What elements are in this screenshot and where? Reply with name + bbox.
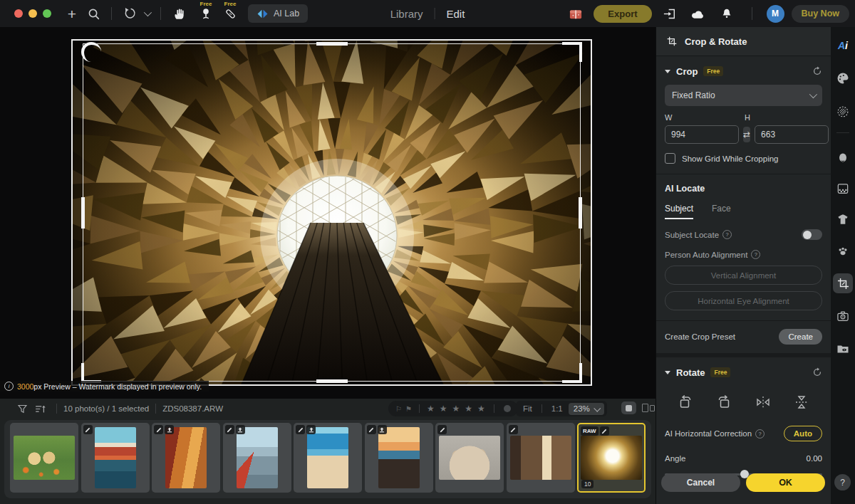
star-rating-4[interactable]: ★ xyxy=(465,404,474,414)
crop-handle-right[interactable] xyxy=(579,197,582,229)
minimize-window-button[interactable] xyxy=(28,9,37,18)
filmstrip-view-button[interactable] xyxy=(641,402,656,414)
photo-canvas[interactable] xyxy=(71,39,592,386)
ai-lab-button[interactable]: AI Lab xyxy=(248,4,308,23)
folder-eye-icon xyxy=(836,342,850,356)
auto-horizontal-button[interactable]: Auto xyxy=(784,426,822,441)
account-avatar[interactable]: M xyxy=(767,5,784,23)
sidebar-item-crop[interactable] xyxy=(833,273,853,293)
zoom-level-dropdown[interactable]: 23% xyxy=(569,403,604,415)
pan-tool-button[interactable] xyxy=(168,3,190,24)
crop-handle-bottom[interactable] xyxy=(316,379,348,383)
close-window-button[interactable] xyxy=(14,9,23,18)
thumbnail-alley[interactable] xyxy=(152,423,220,493)
undo-history-dropdown[interactable] xyxy=(140,3,153,24)
buy-now-button[interactable]: Buy Now xyxy=(792,5,849,23)
person-auto-alignment-label: Person Auto Alignment xyxy=(665,251,747,259)
sidebar-item-background-removal[interactable] xyxy=(833,179,853,199)
zoom-controls: Fit 1:1 23% xyxy=(516,401,607,416)
sidebar-item-color[interactable] xyxy=(833,68,853,88)
reject-flag-icon[interactable]: ⚑ xyxy=(405,405,412,413)
zoom-1to1-button[interactable]: 1:1 xyxy=(551,404,563,413)
single-view-button[interactable] xyxy=(621,401,636,414)
swap-dimensions-button[interactable]: ⇄ xyxy=(743,127,750,142)
cancel-button[interactable]: Cancel xyxy=(661,473,740,492)
thumbnail-puppies[interactable] xyxy=(10,423,78,493)
flip-vertical-button[interactable] xyxy=(792,393,811,411)
edit-badge-icon xyxy=(437,425,447,434)
sidebar-item-catalog[interactable] xyxy=(833,339,853,359)
offers-button[interactable] xyxy=(565,3,586,24)
sidebar-item-structure[interactable] xyxy=(833,102,853,122)
ok-button[interactable]: OK xyxy=(746,473,825,492)
sidebar-item-pets[interactable] xyxy=(833,241,853,261)
add-photos-button[interactable]: + xyxy=(61,3,83,24)
thumbnail-waterfront[interactable] xyxy=(81,423,150,493)
width-input[interactable] xyxy=(665,125,739,144)
help-button[interactable]: ? xyxy=(834,474,851,490)
flip-horizontal-button[interactable] xyxy=(754,393,772,411)
crop-rotate-panel: Crop & Rotate Crop Free Fixed Ratio W H … xyxy=(656,27,831,504)
info-icon[interactable]: ? xyxy=(755,429,765,439)
crop-handle-top-left[interactable] xyxy=(81,42,101,62)
filter-button[interactable] xyxy=(13,399,31,418)
sidebar-item-develop[interactable] xyxy=(833,306,853,326)
sidebar-item-clothing[interactable] xyxy=(833,210,853,230)
info-icon[interactable]: ? xyxy=(722,230,732,239)
maximize-window-button[interactable] xyxy=(43,9,51,18)
upload-badge-icon xyxy=(236,425,245,434)
height-input[interactable] xyxy=(755,125,829,144)
horizontal-eye-alignment-button[interactable]: Horizontal Eye Alignment xyxy=(665,291,822,310)
open-in-plugin-button[interactable] xyxy=(659,3,680,24)
star-rating-1[interactable]: ★ xyxy=(427,404,436,414)
crop-handle-top[interactable] xyxy=(316,42,348,46)
rotate-right-button[interactable] xyxy=(715,393,733,411)
crop-ratio-dropdown[interactable]: Fixed Ratio xyxy=(665,85,822,106)
crop-rectangle[interactable] xyxy=(83,43,581,382)
plus-icon: + xyxy=(68,6,76,21)
crop-handle-bottom-left[interactable] xyxy=(81,363,101,383)
crop-handle-bottom-right[interactable] xyxy=(562,363,582,383)
sidebar-item-ai-enhance[interactable]: Ai xyxy=(833,36,853,56)
reset-crop-icon[interactable] xyxy=(812,66,822,76)
undo-button[interactable] xyxy=(119,3,140,24)
tab-face[interactable]: Face xyxy=(712,204,731,219)
thumbnail-skyline[interactable] xyxy=(223,423,291,493)
export-button[interactable]: Export xyxy=(594,5,651,23)
thumbnail-cliff[interactable] xyxy=(365,423,433,493)
tab-edit[interactable]: Edit xyxy=(447,8,465,20)
show-grid-checkbox[interactable] xyxy=(665,153,675,164)
tab-subject[interactable]: Subject xyxy=(665,204,693,219)
thumbnail-tunnel[interactable]: RAW10 xyxy=(577,423,646,493)
filmstrip-view-icon-small xyxy=(650,405,655,411)
thumbnail-interior[interactable] xyxy=(507,423,575,493)
color-label-button[interactable] xyxy=(504,405,511,412)
crop-handle-left[interactable] xyxy=(81,197,85,229)
thumbnail-beach[interactable] xyxy=(294,423,362,493)
info-icon[interactable]: ? xyxy=(751,250,760,259)
generative-erase-tool[interactable]: Free xyxy=(195,3,217,24)
zoom-fit-button[interactable]: Fit xyxy=(523,404,532,413)
star-rating-2[interactable]: ★ xyxy=(440,404,449,414)
toolbar-divider xyxy=(155,404,156,414)
subject-locate-toggle[interactable] xyxy=(802,229,822,240)
sidebar-item-portrait[interactable] xyxy=(833,148,853,168)
heal-tool[interactable]: Free xyxy=(219,3,241,24)
crop-section-header[interactable]: Crop Free xyxy=(665,59,822,83)
collapse-triangle-icon xyxy=(665,371,670,374)
rotate-section-header[interactable]: Rotate Free xyxy=(665,360,822,384)
tab-library[interactable]: Library xyxy=(390,8,423,20)
cloud-sync-button[interactable] xyxy=(688,3,709,24)
star-rating-3[interactable]: ★ xyxy=(452,404,461,414)
thumbnail-family[interactable] xyxy=(435,423,504,493)
vertical-alignment-button[interactable]: Vertical Alignment xyxy=(665,266,822,285)
rotate-left-button[interactable] xyxy=(676,393,695,411)
search-button[interactable] xyxy=(83,3,104,24)
notifications-button[interactable] xyxy=(716,3,737,24)
reset-rotate-icon[interactable] xyxy=(812,367,822,377)
create-preset-button[interactable]: Create xyxy=(779,329,822,345)
star-rating-5[interactable]: ★ xyxy=(477,404,487,414)
crop-handle-top-right[interactable] xyxy=(562,42,582,62)
pick-flag-icon[interactable]: ⚐ xyxy=(395,405,402,413)
sort-button[interactable] xyxy=(31,399,50,418)
